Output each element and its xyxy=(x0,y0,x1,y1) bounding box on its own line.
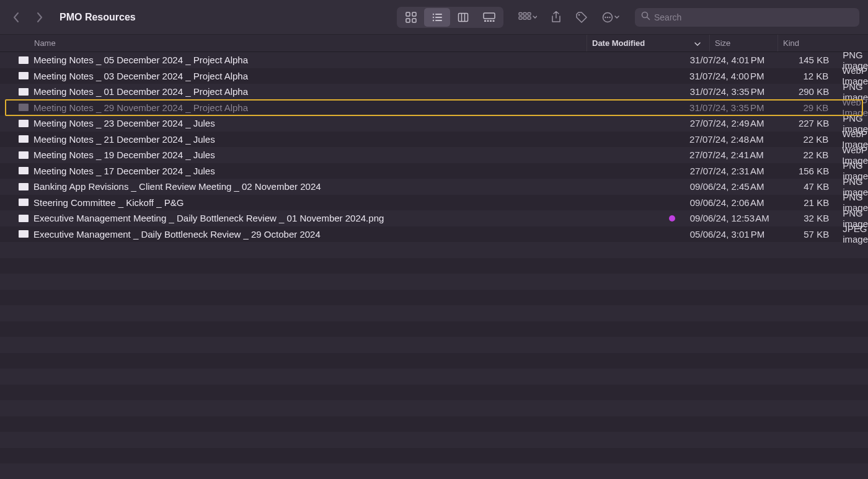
file-date: 09/06/24, 2:45 AM xyxy=(685,181,782,192)
svg-line-30 xyxy=(647,17,650,20)
file-date: 05/06/24, 3:01 PM xyxy=(685,229,782,240)
svg-rect-5 xyxy=(435,14,442,15)
svg-rect-38 xyxy=(19,167,29,174)
file-date: 27/07/24, 2:49 AM xyxy=(685,118,782,128)
file-row[interactable]: Meeting Notes _ 05 December 2024 _ Proje… xyxy=(0,52,868,68)
file-icon xyxy=(19,56,29,65)
empty-row xyxy=(0,400,868,416)
svg-rect-10 xyxy=(459,13,468,21)
empty-row xyxy=(0,290,868,306)
tag-dot xyxy=(669,215,675,222)
gallery-view-button[interactable] xyxy=(476,8,502,27)
back-button[interactable] xyxy=(9,10,24,25)
svg-rect-7 xyxy=(435,17,442,18)
view-switcher xyxy=(397,7,503,28)
file-size: 47 KB xyxy=(782,181,838,192)
svg-rect-1 xyxy=(412,12,416,16)
file-name: Executive Management _ Daily Bottleneck … xyxy=(33,229,321,240)
file-icon xyxy=(19,103,29,112)
svg-rect-37 xyxy=(19,151,29,159)
empty-row xyxy=(0,432,868,448)
svg-rect-34 xyxy=(19,104,29,111)
column-header-date-modified[interactable]: Date Modified xyxy=(587,35,710,51)
file-row[interactable]: Meeting Notes _ 23 December 2024 _ Jules… xyxy=(0,115,868,132)
file-date: 27/07/24, 2:31 AM xyxy=(685,166,782,176)
file-name: Steering Committee _ Kickoff _ P&G xyxy=(33,197,184,208)
file-row[interactable]: Meeting Notes _ 29 November 2024 _ Proje… xyxy=(0,100,868,116)
column-header-size[interactable]: Size xyxy=(710,35,778,51)
svg-rect-15 xyxy=(487,20,489,22)
file-size: 227 KB xyxy=(782,118,838,128)
file-row[interactable]: Executive Management _ Daily Bottleneck … xyxy=(0,226,868,243)
column-header-kind[interactable]: Kind xyxy=(778,35,868,51)
group-button[interactable] xyxy=(518,12,537,23)
file-size: 57 KB xyxy=(782,229,838,240)
svg-rect-0 xyxy=(406,12,410,16)
svg-rect-2 xyxy=(406,19,410,22)
file-name: Meeting Notes _ 03 December 2024 _ Proje… xyxy=(33,71,248,81)
empty-row xyxy=(0,337,868,353)
file-icon xyxy=(19,230,29,238)
file-date: 31/07/24, 4:01 PM xyxy=(685,55,782,65)
forward-button[interactable] xyxy=(32,10,47,25)
file-icon xyxy=(19,87,29,96)
file-size: 12 KB xyxy=(782,71,837,81)
svg-point-28 xyxy=(609,16,610,17)
svg-rect-32 xyxy=(19,72,29,79)
column-header-name[interactable]: Name xyxy=(0,35,587,51)
file-date: 27/07/24, 2:41 AM xyxy=(684,150,782,160)
svg-point-24 xyxy=(578,14,580,16)
file-name: Meeting Notes _ 19 December 2024 _ Jules xyxy=(33,150,215,160)
svg-rect-14 xyxy=(484,20,486,22)
icon-view-button[interactable] xyxy=(398,8,424,27)
empty-row xyxy=(0,463,868,479)
file-size: 22 KB xyxy=(782,150,837,160)
svg-point-26 xyxy=(604,16,606,17)
toolbar: PMO Resources xyxy=(0,0,868,35)
file-row[interactable]: Meeting Notes _ 01 December 2024 _ Proje… xyxy=(0,84,868,100)
list-view-button[interactable] xyxy=(424,8,450,27)
file-name: Executive Management Meeting _ Daily Bot… xyxy=(33,213,384,223)
file-size: 32 KB xyxy=(782,213,838,223)
svg-rect-23 xyxy=(528,17,531,19)
file-row[interactable]: Meeting Notes _ 19 December 2024 _ Jules… xyxy=(0,147,868,163)
empty-row xyxy=(0,416,868,432)
file-row[interactable]: Steering Committee _ Kickoff _ P&G09/06/… xyxy=(0,195,868,211)
tag-button[interactable] xyxy=(575,11,588,24)
file-name: Meeting Notes _ 01 December 2024 _ Proje… xyxy=(33,86,248,97)
svg-point-8 xyxy=(433,19,434,20)
file-list: Meeting Notes _ 05 December 2024 _ Proje… xyxy=(0,52,868,479)
file-icon xyxy=(19,198,29,207)
file-row[interactable]: Banking App Revisions _ Client Review Me… xyxy=(0,179,868,195)
file-name: Banking App Revisions _ Client Review Me… xyxy=(33,181,321,192)
file-name: Meeting Notes _ 21 December 2024 _ Jules xyxy=(33,134,215,145)
empty-row xyxy=(0,448,868,464)
file-size: 290 KB xyxy=(782,86,838,97)
file-date: 09/06/24, 12:53 AM xyxy=(685,213,782,223)
file-name: Meeting Notes _ 23 December 2024 _ Jules xyxy=(33,118,215,128)
empty-row xyxy=(0,242,868,258)
file-icon xyxy=(19,214,29,223)
svg-rect-39 xyxy=(19,183,29,190)
file-row[interactable]: Executive Management Meeting _ Daily Bot… xyxy=(0,210,868,226)
more-button[interactable] xyxy=(601,12,620,23)
share-button[interactable] xyxy=(551,11,562,24)
empty-row xyxy=(0,321,868,338)
svg-rect-13 xyxy=(484,13,495,19)
file-size: 29 KB xyxy=(782,102,837,113)
svg-rect-9 xyxy=(435,20,442,21)
svg-rect-33 xyxy=(19,88,29,96)
file-size: 145 KB xyxy=(782,55,838,65)
file-row[interactable]: Meeting Notes _ 17 December 2024 _ Jules… xyxy=(0,163,868,179)
empty-row xyxy=(0,274,868,290)
file-name: Meeting Notes _ 17 December 2024 _ Jules xyxy=(33,166,215,176)
file-size: 22 KB xyxy=(782,134,837,145)
svg-rect-20 xyxy=(528,12,531,15)
svg-point-4 xyxy=(433,13,434,14)
column-view-button[interactable] xyxy=(450,8,476,27)
file-date: 09/06/24, 2:06 AM xyxy=(685,197,782,208)
search-box[interactable] xyxy=(635,8,859,27)
file-row[interactable]: Meeting Notes _ 03 December 2024 _ Proje… xyxy=(0,68,868,84)
search-input[interactable] xyxy=(654,12,853,22)
file-row[interactable]: Meeting Notes _ 21 December 2024 _ Jules… xyxy=(0,132,868,148)
